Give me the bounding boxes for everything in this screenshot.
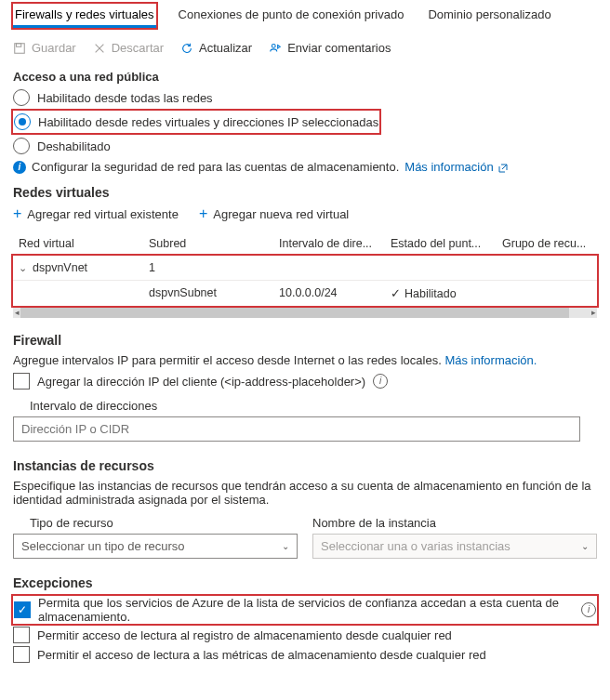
vnet-name: dspvnVnet	[33, 261, 87, 274]
chevron-down-icon: ⌄	[19, 262, 27, 273]
add-existing-vnet-button[interactable]: + Agregar red virtual existente	[13, 205, 179, 222]
endpoint-state: Habilitado	[404, 287, 457, 300]
public-access-title: Acceso a una red pública	[13, 70, 597, 84]
col-vnet: Red virtual	[19, 237, 149, 250]
radio-icon	[13, 89, 30, 106]
check-icon: ✓	[391, 287, 401, 300]
resource-type-select[interactable]: Seleccionar un tipo de recurso ⌄	[13, 534, 298, 559]
feedback-icon	[269, 42, 282, 55]
subnet-name: dspvnSubnet	[149, 286, 279, 300]
info-icon: i	[13, 161, 26, 174]
radio-icon	[14, 113, 31, 130]
save-icon	[13, 42, 26, 55]
checkbox-icon	[13, 373, 30, 390]
col-endpoint-state: Estado del punt...	[391, 237, 502, 250]
radio-label: Deshabilitado	[37, 139, 111, 153]
discard-button[interactable]: Descartar	[93, 41, 164, 55]
svg-point-4	[272, 44, 275, 47]
plus-icon: +	[13, 205, 21, 222]
radio-icon	[13, 138, 30, 154]
plus-icon: +	[199, 205, 207, 222]
vnet-table-body: ⌄dspvnVnet 1 dspvnSubnet 10.0.0.0/24 ✓Ha…	[13, 256, 597, 306]
exceptions-title: Excepciones	[13, 575, 597, 590]
refresh-icon	[180, 42, 193, 55]
tab-private-endpoints[interactable]: Conexiones de punto de conexión privado	[177, 4, 406, 28]
radio-label: Habilitado desde todas las redes	[37, 91, 213, 105]
subnet-count: 1	[149, 261, 279, 274]
checkbox-label: Permita que los servicios de Azure de la…	[38, 596, 574, 624]
firewall-desc: Agregue intervalos IP para permitir el a…	[13, 353, 597, 367]
external-link-icon	[498, 164, 508, 173]
save-button[interactable]: Guardar	[13, 41, 76, 55]
svg-rect-1	[17, 43, 21, 46]
scrollbar-thumb[interactable]	[20, 308, 569, 318]
add-client-ip-checkbox-row[interactable]: Agregar la dirección IP del cliente (<ip…	[13, 373, 597, 390]
radio-label: Habilitado desde redes virtuales y direc…	[38, 115, 378, 129]
col-resource-group: Grupo de recu...	[502, 237, 595, 250]
checkbox-icon: ✓	[14, 601, 31, 618]
info-bar: i Configurar la seguridad de red para la…	[13, 160, 597, 174]
radio-disabled[interactable]: Deshabilitado	[13, 138, 597, 154]
instance-name-select: Seleccionar una o varias instancias ⌄	[312, 534, 597, 559]
resource-instances-desc: Especifique las instancias de recursos q…	[13, 479, 597, 507]
command-bar: Guardar Descartar Actualizar Enviar come…	[13, 41, 597, 55]
feedback-button[interactable]: Enviar comentarios	[269, 41, 391, 55]
table-row[interactable]: dspvnSubnet 10.0.0.0/24 ✓Habilitado	[13, 280, 597, 306]
col-subnet: Subred	[149, 237, 279, 250]
col-range: Intervalo de dire...	[279, 237, 391, 250]
tabs-bar: Firewalls y redes virtuales Conexiones d…	[13, 4, 597, 28]
exception-log-read-row[interactable]: Permitir acceso de lectura al registro d…	[13, 627, 597, 643]
vnet-table-header: Red virtual Subred Intervalo de dire... …	[13, 231, 597, 256]
info-text: Configurar la seguridad de red para las …	[32, 160, 399, 174]
vnets-title: Redes virtuales	[13, 185, 597, 200]
exception-metrics-read-row[interactable]: Permitir el acceso de lectura a las métr…	[13, 646, 597, 663]
info-icon[interactable]: i	[373, 374, 388, 389]
chevron-down-icon: ⌄	[282, 541, 289, 551]
radio-all-networks[interactable]: Habilitado desde todas las redes	[13, 89, 597, 106]
tab-custom-domain[interactable]: Dominio personalizado	[426, 4, 552, 28]
refresh-button[interactable]: Actualizar	[180, 41, 252, 55]
resource-instances-title: Instancias de recursos	[13, 458, 597, 473]
firewall-title: Firewall	[13, 333, 597, 348]
checkbox-label: Agregar la dirección IP del cliente (<ip…	[37, 375, 365, 389]
horizontal-scrollbar[interactable]: ◂ ▸	[13, 308, 597, 318]
checkbox-icon	[13, 627, 30, 643]
checkbox-icon	[13, 646, 30, 663]
address-range-input[interactable]	[13, 416, 580, 442]
tab-firewalls[interactable]: Firewalls y redes virtuales	[13, 4, 156, 28]
chevron-down-icon: ⌄	[581, 541, 589, 551]
learn-more-link[interactable]: Más información	[404, 160, 508, 174]
resource-type-label: Tipo de recurso	[30, 516, 298, 530]
info-icon[interactable]: i	[581, 602, 596, 617]
checkbox-label: Permitir acceso de lectura al registro d…	[37, 628, 452, 642]
exception-trusted-services-row[interactable]: ✓ Permita que los servicios de Azure de …	[14, 596, 596, 624]
discard-icon	[93, 42, 106, 55]
scroll-left-icon: ◂	[13, 308, 20, 318]
instance-name-label: Nombre de la instancia	[312, 516, 597, 530]
add-new-vnet-button[interactable]: + Agregar nueva red virtual	[199, 205, 349, 222]
address-range-label: Intervalo de direcciones	[30, 399, 597, 413]
checkbox-label: Permitir el acceso de lectura a las métr…	[37, 648, 486, 662]
address-range: 10.0.0.0/24	[279, 286, 391, 300]
scroll-right-icon: ▸	[590, 308, 597, 318]
firewall-learn-more-link[interactable]: Más información.	[444, 353, 537, 367]
table-row[interactable]: ⌄dspvnVnet 1	[13, 256, 597, 280]
radio-selected-networks[interactable]: Habilitado desde redes virtuales y direc…	[14, 113, 378, 130]
